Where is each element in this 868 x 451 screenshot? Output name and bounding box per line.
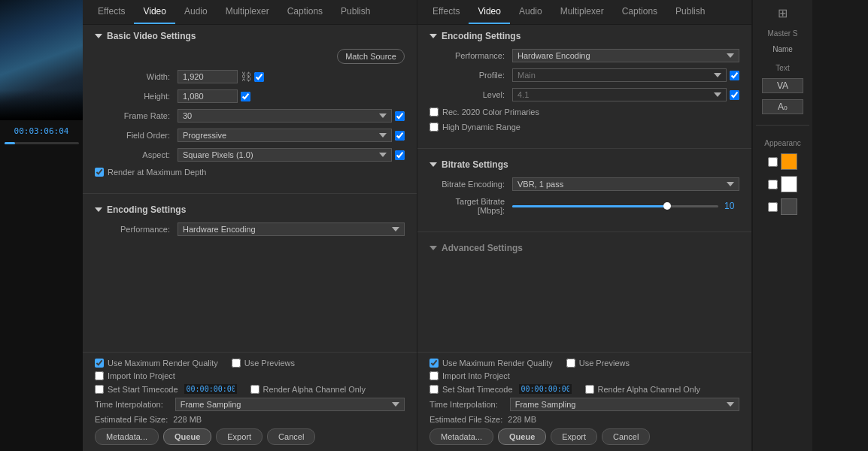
tab-effects-left[interactable]: Effects	[89, 0, 134, 24]
frame-rate-checkbox[interactable]	[395, 111, 405, 121]
max-render-quality-checkbox-right[interactable]	[429, 359, 439, 368]
tab-multiplexer-left[interactable]: Multiplexer	[217, 0, 278, 24]
target-bitrate-label: Target Bitrate [Mbps]:	[429, 197, 512, 215]
import-into-project-checkbox-right[interactable]	[429, 371, 439, 380]
swatch-checkbox-2[interactable]	[768, 180, 778, 189]
field-order-checkbox[interactable]	[395, 131, 405, 141]
use-previews-left[interactable]: Use Previews	[232, 359, 295, 368]
color-swatch-white[interactable]	[781, 176, 797, 192]
tab-audio-left[interactable]: Audio	[175, 0, 217, 24]
performance-label-left: Performance:	[95, 225, 178, 234]
level-control-right: 4.1 4.2 5.0	[512, 88, 739, 101]
profile-checkbox-right[interactable]	[730, 71, 739, 80]
bottom-bar-right: Use Maximum Render Quality Use Previews …	[417, 352, 751, 451]
import-into-project-right[interactable]: Import Into Project	[429, 371, 510, 380]
color-swatch-dark[interactable]	[781, 198, 797, 215]
width-checkbox[interactable]	[254, 72, 264, 82]
aspect-row: Aspect: Square Pixels (1.0)	[95, 148, 405, 162]
queue-button-left[interactable]: Queue	[163, 428, 211, 445]
tab-captions-right[interactable]: Captions	[613, 0, 666, 24]
color-swatch-orange[interactable]	[781, 153, 797, 170]
use-previews-right[interactable]: Use Previews	[566, 359, 630, 368]
tab-video-right[interactable]: Video	[469, 0, 509, 24]
level-label-right: Level:	[429, 90, 512, 99]
use-max-render-quality-right[interactable]: Use Maximum Render Quality	[429, 359, 553, 368]
a-subscript-icon[interactable]: A₀	[762, 99, 803, 114]
collapse-triangle-encoding-right	[429, 34, 437, 38]
queue-button-right[interactable]: Queue	[498, 428, 546, 445]
rec2020-label-right[interactable]: Rec. 2020 Color Primaries	[429, 107, 539, 117]
frame-rate-select[interactable]: 30 24 25 60	[178, 109, 392, 123]
set-start-timecode-checkbox-right[interactable]	[429, 385, 439, 394]
grid-icon[interactable]: ⊞	[778, 6, 788, 20]
time-interpolation-select-right[interactable]: Frame Sampling Frame Blending Optical Fl…	[510, 398, 739, 411]
export-button-right[interactable]: Export	[551, 428, 597, 445]
file-size-right: Estimated File Size: 228 MB	[429, 415, 739, 424]
appearance-section-label: Appearanc	[764, 139, 800, 147]
tab-publish-left[interactable]: Publish	[332, 0, 379, 24]
height-checkbox[interactable]	[241, 92, 250, 101]
use-previews-checkbox-right[interactable]	[566, 359, 575, 368]
import-into-project-checkbox-left[interactable]	[95, 371, 104, 380]
level-checkbox-right[interactable]	[730, 90, 739, 100]
hdr-label-right[interactable]: High Dynamic Range	[429, 123, 520, 132]
time-interpolation-select-left[interactable]: Frame Sampling Frame Blending Optical Fl…	[175, 398, 405, 411]
performance-select-left[interactable]: Hardware Encoding Software Encoding	[178, 222, 405, 236]
aspect-checkbox[interactable]	[395, 150, 405, 160]
bitrate-encoding-select[interactable]: VBR, 1 pass VBR, 2 pass CBR	[512, 177, 739, 191]
render-alpha-channel-left[interactable]: Render Alpha Channel Only	[250, 385, 366, 394]
tab-publish-right[interactable]: Publish	[666, 0, 714, 24]
render-alpha-channel-right[interactable]: Render Alpha Channel Only	[585, 385, 700, 394]
profile-row-right: Profile: Main High Baseline	[429, 68, 739, 82]
target-bitrate-row: Target Bitrate [Mbps]: 10	[429, 197, 739, 215]
cancel-button-left[interactable]: Cancel	[267, 428, 315, 445]
render-max-depth-checkbox[interactable]	[95, 168, 104, 177]
profile-select-right[interactable]: Main High Baseline	[512, 68, 727, 82]
rec2020-checkbox-right[interactable]	[429, 107, 439, 117]
performance-select-right[interactable]: Hardware Encoding Software Encoding	[512, 49, 739, 62]
width-label: Width:	[95, 72, 178, 81]
basic-video-settings-header[interactable]: Basic Video Settings	[95, 31, 405, 41]
width-input[interactable]	[178, 70, 238, 83]
render-quality-row-right: Use Maximum Render Quality Use Previews	[429, 359, 739, 368]
export-button-left[interactable]: Export	[216, 428, 263, 445]
metadata-button-right[interactable]: Metadata...	[429, 428, 493, 445]
tab-video-left[interactable]: Video	[134, 0, 175, 24]
bitrate-settings-header[interactable]: Bitrate Settings	[429, 159, 739, 170]
target-bitrate-slider[interactable]	[512, 205, 718, 207]
render-alpha-checkbox-left[interactable]	[250, 385, 259, 394]
encoding-settings-header-left[interactable]: Encoding Settings	[95, 204, 405, 215]
height-control	[178, 89, 405, 103]
field-order-select[interactable]: Progressive	[178, 129, 392, 142]
va-icon[interactable]: VA	[762, 78, 803, 93]
metadata-button-left[interactable]: Metadata...	[95, 428, 159, 445]
import-into-project-left[interactable]: Import Into Project	[95, 371, 175, 380]
match-source-button[interactable]: Match Source	[337, 49, 405, 64]
aspect-select[interactable]: Square Pixels (1.0)	[178, 148, 392, 162]
bitrate-encoding-row: Bitrate Encoding: VBR, 1 pass VBR, 2 pas…	[429, 177, 739, 191]
set-start-timecode-left[interactable]: Set Start Timecode	[95, 385, 178, 394]
timecode-input-right[interactable]	[519, 384, 572, 394]
height-input[interactable]	[178, 89, 238, 103]
timecode-input-left[interactable]	[184, 384, 237, 394]
height-label: Height:	[95, 92, 178, 101]
encoding-settings-header-right[interactable]: Encoding Settings	[429, 31, 739, 41]
advanced-settings-header[interactable]: Advanced Settings	[429, 243, 739, 253]
tab-multiplexer-right[interactable]: Multiplexer	[551, 0, 613, 24]
set-start-timecode-checkbox-left[interactable]	[95, 385, 104, 394]
use-max-render-quality-left[interactable]: Use Maximum Render Quality	[95, 359, 218, 368]
progress-bar	[5, 142, 79, 144]
tab-effects-right[interactable]: Effects	[423, 0, 469, 24]
set-start-timecode-right[interactable]: Set Start Timecode	[429, 385, 513, 394]
cancel-button-right[interactable]: Cancel	[602, 428, 650, 445]
max-render-quality-checkbox-left[interactable]	[95, 359, 104, 368]
render-max-depth-label[interactable]: Render at Maximum Depth	[95, 168, 206, 177]
hdr-checkbox-right[interactable]	[429, 123, 439, 132]
tab-audio-right[interactable]: Audio	[510, 0, 551, 24]
use-previews-checkbox-left[interactable]	[232, 359, 241, 368]
swatch-checkbox-3[interactable]	[768, 202, 778, 212]
render-alpha-checkbox-right[interactable]	[585, 385, 594, 394]
tab-captions-left[interactable]: Captions	[278, 0, 332, 24]
swatch-checkbox-1[interactable]	[768, 157, 778, 167]
level-select-right[interactable]: 4.1 4.2 5.0	[512, 88, 727, 101]
